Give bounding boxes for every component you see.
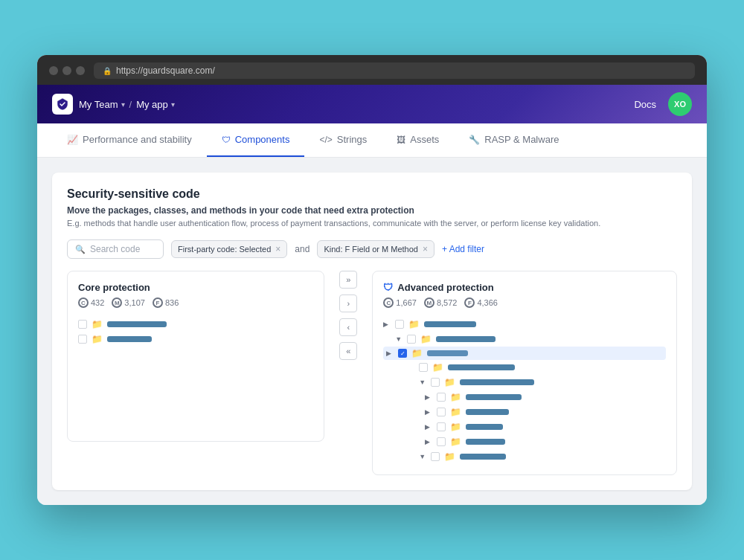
tree-bar-1 [107, 321, 167, 327]
chevron-7: ▶ [425, 408, 432, 416]
adv-stat-m: M 8,572 [424, 297, 458, 308]
transfer-buttons: » › ‹ « [336, 271, 360, 360]
breadcrumb-team[interactable]: My Team ▾ [79, 99, 125, 110]
stat-m: M 3,107 [112, 297, 145, 308]
docs-link[interactable]: Docs [634, 99, 656, 110]
tree-bar-2 [107, 336, 152, 342]
adv-checkbox-9[interactable] [437, 437, 446, 446]
adv-checked-3[interactable]: ✓ [398, 349, 407, 358]
adv-folder-7: 📁 [450, 407, 461, 417]
adv-folder-3: 📁 [411, 348, 423, 358]
address-bar[interactable]: 🔒 https://guardsquare.com/ [94, 62, 695, 79]
browser-chrome: 🔒 https://guardsquare.com/ [37, 55, 707, 85]
minimize-dot[interactable] [62, 66, 71, 75]
core-protection-panel: Core protection C 432 M 3,107 F 836 [67, 271, 324, 442]
adv-stat-f: F 4,366 [464, 297, 498, 308]
adv-folder-1: 📁 [408, 319, 420, 329]
adv-tree-item-10: ▼ 📁 [383, 449, 666, 464]
adv-tree-item-7: ▶ 📁 [383, 405, 666, 419]
adv-bar-5 [460, 379, 534, 385]
maximize-dot[interactable] [76, 66, 85, 75]
chevron-10: ▼ [419, 453, 426, 460]
adv-folder-8: 📁 [450, 422, 461, 432]
adv-stat-c-circle: C [383, 297, 394, 308]
stat-c: C 432 [78, 297, 104, 308]
adv-stat-c: C 1,667 [383, 297, 417, 308]
adv-tree-item-6: ▶ 📁 [383, 390, 666, 405]
filter-tag-kind: Kind: F Field or M Method × [317, 240, 434, 258]
adv-bar-6 [466, 394, 522, 400]
top-nav: My Team ▾ / My app ▾ Docs XO [37, 85, 707, 123]
user-avatar[interactable]: XO [668, 92, 692, 116]
search-input[interactable]: 🔍 Search code [67, 239, 164, 259]
adv-stat-m-circle: M [424, 297, 434, 308]
adv-stat-f-circle: F [464, 297, 475, 308]
adv-checkbox-10[interactable] [431, 452, 440, 461]
breadcrumb-sep: / [129, 99, 132, 110]
shield-check-icon: 🛡 [222, 135, 231, 145]
adv-checkbox-8[interactable] [437, 422, 446, 431]
folder-icon-1: 📁 [92, 319, 103, 329]
close-dot[interactable] [49, 66, 58, 75]
main-tabs: 📈 Performance and stability 🛡 Components… [37, 123, 707, 158]
tree-checkbox-1[interactable] [78, 320, 87, 329]
tab-components[interactable]: 🛡 Components [207, 123, 305, 157]
chevron-1: ▶ [383, 321, 391, 328]
adv-tree-item-8: ▶ 📁 [383, 419, 666, 434]
section-title: Security-sensitive code [67, 187, 677, 201]
folder-icon-2: 📁 [92, 334, 103, 344]
tab-performance[interactable]: 📈 Performance and stability [52, 123, 207, 157]
logo [52, 94, 73, 115]
chevron-8: ▶ [425, 423, 432, 431]
adv-checkbox-1[interactable] [395, 320, 404, 329]
chevron-2: ▼ [395, 335, 403, 343]
tab-strings[interactable]: </> Strings [304, 123, 382, 157]
adv-tree-item-9: ▶ 📁 [383, 434, 666, 449]
section-desc: Move the packages, classes, and methods … [67, 205, 677, 216]
core-tree-item-1: 📁 [78, 317, 313, 332]
breadcrumb-app[interactable]: My app ▾ [136, 99, 175, 110]
stat-m-circle: M [112, 297, 122, 308]
tab-rasp[interactable]: 🔧 RASP & Malware [454, 123, 574, 157]
breadcrumb: My Team ▾ / My app ▾ [79, 99, 175, 110]
advanced-protection-title: 🛡 Advanced protection [383, 282, 666, 293]
adv-tree-item-4: 📁 [383, 360, 666, 375]
move-all-left-button[interactable]: « [339, 342, 357, 360]
stat-c-circle: C [78, 297, 89, 308]
adv-folder-9: 📁 [450, 437, 461, 447]
move-all-right-button[interactable]: » [339, 271, 357, 289]
image-icon: 🖼 [397, 135, 405, 145]
adv-bar-4 [448, 364, 515, 370]
rasp-icon: 🔧 [469, 135, 480, 145]
top-nav-left: My Team ▾ / My app ▾ [52, 94, 175, 115]
adv-checkbox-2[interactable] [407, 335, 416, 344]
adv-bar-9 [466, 439, 505, 445]
tree-checkbox-2[interactable] [78, 335, 87, 344]
browser-window: 🔒 https://guardsquare.com/ My Team ▾ / M… [37, 55, 707, 505]
filter-remove-first-party[interactable]: × [275, 244, 280, 254]
adv-folder-10: 📁 [444, 451, 455, 462]
add-filter-button[interactable]: + Add filter [442, 244, 484, 254]
stat-f: F 836 [153, 297, 179, 308]
top-nav-right: Docs XO [634, 92, 692, 116]
adv-folder-4: 📁 [432, 362, 443, 373]
core-tree-item-2: 📁 [78, 332, 313, 347]
adv-checkbox-6[interactable] [437, 393, 446, 402]
move-right-button[interactable]: › [339, 295, 357, 312]
filter-tag-first-party: First-party code: Selected × [171, 240, 287, 258]
code-icon: </> [319, 135, 332, 145]
address-text: https://guardsquare.com/ [116, 65, 215, 76]
chevron-9: ▶ [425, 438, 432, 445]
search-icon: 🔍 [75, 245, 86, 254]
advanced-protection-panel: 🛡 Advanced protection C 1,667 M 8,572 [372, 271, 677, 475]
adv-checkbox-7[interactable] [437, 408, 446, 416]
window-controls [49, 66, 85, 75]
adv-tree-item-2: ▼ 📁 [383, 332, 666, 347]
tab-assets[interactable]: 🖼 Assets [382, 123, 454, 157]
adv-bar-7 [466, 409, 509, 415]
adv-checkbox-4[interactable] [419, 363, 428, 372]
chart-icon: 📈 [67, 135, 78, 145]
adv-checkbox-5[interactable] [431, 378, 440, 387]
filter-remove-kind[interactable]: × [423, 244, 428, 254]
move-left-button[interactable]: ‹ [339, 318, 357, 336]
